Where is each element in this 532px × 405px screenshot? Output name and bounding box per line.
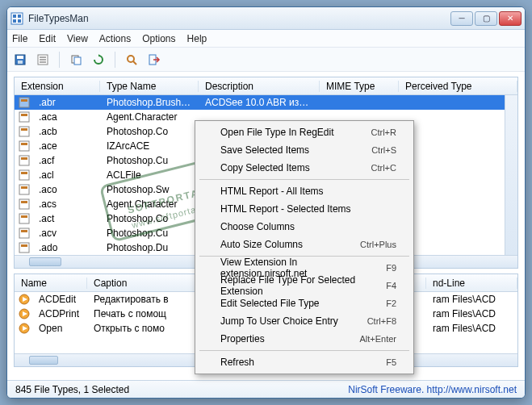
close-button[interactable]: ✕ xyxy=(499,11,522,26)
cell-extension: .acv xyxy=(32,228,100,239)
svg-rect-27 xyxy=(21,157,27,160)
svg-rect-13 xyxy=(74,57,81,65)
menu-item[interactable]: HTML Report - Selected Items xyxy=(198,200,411,218)
save-icon[interactable] xyxy=(12,52,28,68)
svg-rect-36 xyxy=(19,228,29,238)
scrollbar-thumb[interactable] xyxy=(29,257,61,266)
col-cmdline[interactable]: nd-Line xyxy=(426,278,517,289)
cell-typename: ACLFile xyxy=(100,169,199,181)
window-title: FileTypesMan xyxy=(28,13,450,24)
vertical-scrollbar[interactable] xyxy=(505,95,517,255)
filetype-icon xyxy=(18,241,31,254)
menu-item[interactable]: Replace File Type For Selected Extension… xyxy=(198,277,411,294)
menu-item-label: Choose Columns xyxy=(220,221,295,232)
menu-help[interactable]: Help xyxy=(187,33,207,44)
cell-extension: .acs xyxy=(32,198,100,210)
svg-rect-23 xyxy=(21,128,27,131)
menu-item[interactable]: RefreshF5 xyxy=(198,353,411,371)
menubar: File Edit View Actions Options Help xyxy=(7,30,525,48)
cell-typename: Photoshop.BrushesF xyxy=(100,97,199,108)
svg-rect-33 xyxy=(21,201,27,203)
action-icon xyxy=(18,293,31,306)
cell-typename: Photoshop.Co xyxy=(100,213,199,224)
menu-actions[interactable]: Actions xyxy=(99,33,131,44)
exit-icon[interactable] xyxy=(146,52,162,68)
menu-item-label: Open File Type In RegEdit xyxy=(220,127,334,138)
menu-item-shortcut: Ctrl+Plus xyxy=(360,240,396,249)
svg-rect-19 xyxy=(21,99,27,102)
filetype-icon xyxy=(18,154,31,167)
menu-item-label: Auto Size Columns xyxy=(220,239,303,250)
maximize-button[interactable]: ▢ xyxy=(475,11,497,26)
svg-rect-31 xyxy=(21,186,27,189)
action-icon xyxy=(18,322,31,335)
context-menu: Open File Type In RegEditCtrl+RSave Sele… xyxy=(195,120,414,374)
table-row[interactable]: .abrPhotoshop.BrushesFACDSee 10.0 ABR из… xyxy=(15,95,517,110)
menu-item-label: HTML Report - Selected Items xyxy=(220,203,351,215)
cell-typename: Photoshop.Du xyxy=(100,242,199,253)
menu-item[interactable]: Save Selected ItemsCtrl+S xyxy=(198,141,411,159)
menu-file[interactable]: File xyxy=(12,33,27,44)
properties-icon[interactable] xyxy=(35,52,51,68)
cell-name: Open xyxy=(32,323,87,334)
window-controls: ─ ▢ ✕ xyxy=(450,11,522,26)
col-extension[interactable]: Extension xyxy=(15,81,100,92)
cell-cmdline: ram Files\ACD xyxy=(426,308,517,319)
cell-typename: IZArcACE xyxy=(100,140,199,152)
menu-separator xyxy=(199,179,409,180)
filetype-icon xyxy=(18,227,31,240)
menu-view[interactable]: View xyxy=(67,33,88,44)
menu-item[interactable]: Copy Selected ItemsCtrl+C xyxy=(198,159,411,177)
titlebar[interactable]: FileTypesMan ─ ▢ ✕ xyxy=(7,7,525,30)
col-description[interactable]: Description xyxy=(199,81,320,92)
menu-item[interactable]: Choose Columns xyxy=(198,218,411,236)
menu-item[interactable]: HTML Report - All Items xyxy=(198,182,411,200)
app-icon xyxy=(10,12,23,25)
menu-item-shortcut: F5 xyxy=(386,357,396,367)
menu-item-label: Properties xyxy=(220,333,265,344)
find-icon[interactable] xyxy=(124,52,140,68)
cell-extension: .aco xyxy=(32,184,100,195)
menu-item[interactable]: PropertiesAlt+Enter xyxy=(198,330,411,348)
statusbar: 845 File Types, 1 Selected NirSoft Freew… xyxy=(7,380,525,398)
menu-item-label: Jump To User Choice Entry xyxy=(220,315,338,327)
filetype-icon xyxy=(18,140,31,152)
cell-description: ACDSee 10.0 ABR изобр xyxy=(199,97,320,108)
toolbar-separator xyxy=(115,52,115,68)
cell-extension: .act xyxy=(32,213,100,224)
status-link[interactable]: NirSoft Freeware. http://www.nirsoft.net xyxy=(348,384,517,395)
svg-rect-2 xyxy=(18,15,21,18)
filetype-icon xyxy=(18,198,31,211)
col-typename[interactable]: Type Name xyxy=(100,81,199,92)
cell-extension: .ado xyxy=(32,242,100,253)
col-mime[interactable]: MIME Type xyxy=(320,81,399,92)
cell-typename: Photoshop.Cu xyxy=(100,155,199,166)
col-perceived[interactable]: Perceived Type xyxy=(399,81,517,92)
menu-item[interactable]: Jump To User Choice EntryCtrl+F8 xyxy=(198,312,411,330)
menu-edit[interactable]: Edit xyxy=(39,33,56,44)
svg-rect-32 xyxy=(19,199,29,209)
svg-rect-18 xyxy=(19,98,29,107)
menu-item[interactable]: Edit Selected File TypeF2 xyxy=(198,294,411,312)
minimize-button[interactable]: ─ xyxy=(450,11,473,26)
menu-item[interactable]: Auto Size ColumnsCtrl+Plus xyxy=(198,236,411,253)
scrollbar-thumb[interactable] xyxy=(29,356,58,365)
refresh-icon[interactable] xyxy=(90,52,107,68)
svg-rect-26 xyxy=(19,156,29,165)
cell-extension: .aca xyxy=(32,111,100,123)
cell-name: ACDPrint xyxy=(32,308,87,319)
menu-item-label: Edit Selected File Type xyxy=(220,298,320,309)
cell-typename: Photoshop.Co xyxy=(100,126,199,137)
copy-icon[interactable] xyxy=(68,52,84,68)
menu-item-shortcut: Ctrl+R xyxy=(371,127,396,137)
menu-item[interactable]: Open File Type In RegEditCtrl+R xyxy=(198,123,411,141)
svg-rect-3 xyxy=(13,19,16,23)
cell-name: ACDEdit xyxy=(32,294,87,305)
cell-extension: .acf xyxy=(32,155,100,166)
svg-rect-38 xyxy=(19,243,29,253)
menu-options[interactable]: Options xyxy=(142,33,175,44)
col-name[interactable]: Name xyxy=(15,278,87,289)
svg-rect-1 xyxy=(13,15,16,18)
svg-point-15 xyxy=(128,56,134,62)
menu-item-label: Save Selected Items xyxy=(220,144,309,156)
